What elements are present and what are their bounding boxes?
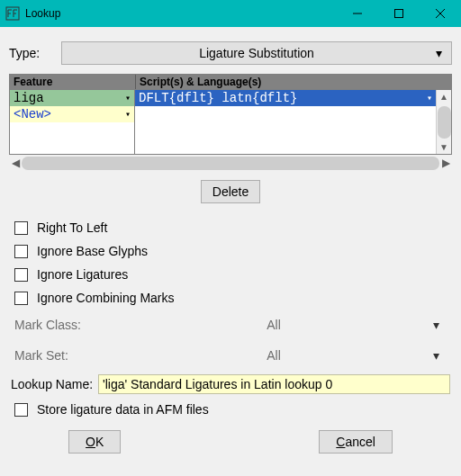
header-scripts[interactable]: Script(s) & Language(s)	[136, 75, 451, 89]
scroll-right-icon: ▶	[439, 157, 452, 169]
app-icon	[5, 6, 20, 21]
mark-set-row: Mark Set: All ▾	[9, 340, 452, 371]
mark-set-label: Mark Set:	[14, 348, 101, 363]
check-ignore-lig-row: Ignore Ligatures	[9, 263, 452, 286]
ok-rest: K	[95, 435, 104, 449]
checkbox-ignore-base[interactable]	[14, 245, 28, 258]
delete-button[interactable]: Delete	[201, 180, 260, 203]
checkbox-ignore-lig-label: Ignore Ligatures	[37, 267, 128, 282]
maximize-button[interactable]	[378, 0, 420, 27]
ok-button[interactable]: OK	[68, 430, 121, 454]
type-select[interactable]: Ligature Substitution ▾	[61, 41, 452, 65]
feature-cell-text: <New>	[14, 107, 51, 121]
lookup-name-label: Lookup Name:	[11, 377, 93, 391]
mark-class-row: Mark Class: All ▾	[9, 310, 452, 340]
mark-class-value: All	[267, 318, 281, 332]
header-feature[interactable]: Feature	[10, 75, 136, 89]
chevron-down-icon: ▾	[433, 318, 439, 332]
scripts-cell-text: DFLT{dflt} latn{dflt}	[139, 91, 297, 105]
content-area: Type: Ligature Substitution ▾ Feature Sc…	[0, 27, 461, 463]
check-ignore-comb-row: Ignore Combining Marks	[9, 286, 452, 310]
feature-cell-text: liga	[14, 91, 44, 105]
cancel-rest: ancel	[345, 435, 375, 449]
checkbox-rtl[interactable]	[14, 221, 28, 235]
checkbox-rtl-label: Right To Left	[37, 220, 107, 235]
lookup-name-row: Lookup Name: 'liga' Standard Ligatures i…	[9, 371, 452, 398]
mark-class-label: Mark Class:	[14, 318, 101, 332]
table-header: Feature Script(s) & Language(s)	[9, 74, 452, 90]
feature-cell-liga[interactable]: liga ▾	[10, 90, 134, 106]
checkbox-ignore-comb[interactable]	[14, 292, 28, 305]
scroll-down-icon: ▼	[439, 142, 448, 152]
check-rtl-row: Right To Left	[9, 216, 452, 239]
scroll-track[interactable]	[22, 157, 439, 170]
type-label: Type:	[9, 46, 52, 60]
scripts-column: DFLT{dflt} latn{dflt} ▾ ▲ ▼	[135, 90, 452, 155]
horizontal-scrollbar[interactable]: ◀ ▶	[9, 155, 452, 171]
chevron-down-icon: ▾	[125, 93, 131, 103]
chevron-down-icon: ▾	[427, 93, 432, 103]
chevron-down-icon: ▾	[125, 109, 131, 120]
close-button[interactable]	[420, 0, 461, 27]
lookup-name-input[interactable]: 'liga' Standard Ligatures in Latin looku…	[98, 374, 450, 394]
scripts-cell[interactable]: DFLT{dflt} latn{dflt} ▾	[135, 90, 436, 106]
check-ignore-base-row: Ignore Base Glyphs	[9, 239, 452, 263]
feature-table: Feature Script(s) & Language(s) liga ▾ <…	[9, 74, 452, 171]
ok-mnemonic: O	[86, 435, 95, 449]
cancel-button[interactable]: Cancel	[319, 430, 393, 454]
checkbox-afm[interactable]	[14, 403, 28, 417]
vertical-scrollbar[interactable]: ▲ ▼	[436, 90, 451, 154]
checkbox-afm-label: Store ligature data in AFM files	[37, 402, 209, 417]
mark-class-select[interactable]: All ▾	[101, 315, 447, 335]
checkbox-ignore-base-label: Ignore Base Glyphs	[37, 244, 148, 258]
scroll-up-icon: ▲	[439, 92, 448, 102]
check-afm-row: Store ligature data in AFM files	[9, 398, 452, 421]
checkbox-ignore-comb-label: Ignore Combining Marks	[37, 291, 175, 305]
titlebar: Lookup	[0, 0, 461, 27]
scroll-left-icon: ◀	[9, 157, 22, 169]
checkbox-ignore-lig[interactable]	[14, 268, 28, 282]
minimize-button[interactable]	[337, 0, 378, 27]
mark-set-select[interactable]: All ▾	[101, 346, 447, 365]
dialog-buttons: OK Cancel	[9, 421, 452, 454]
svg-rect-2	[395, 10, 403, 18]
chevron-down-icon: ▾	[433, 348, 439, 363]
feature-cell-new[interactable]: <New> ▾	[10, 106, 134, 122]
scroll-thumb[interactable]	[438, 106, 451, 139]
chevron-down-icon: ▾	[436, 46, 442, 60]
feature-column: liga ▾ <New> ▾	[9, 90, 135, 155]
type-row: Type: Ligature Substitution ▾	[9, 41, 452, 65]
window-title: Lookup	[25, 7, 337, 20]
cancel-mnemonic: C	[336, 435, 345, 449]
mark-set-value: All	[267, 348, 281, 363]
type-select-value: Ligature Substitution	[199, 46, 314, 60]
